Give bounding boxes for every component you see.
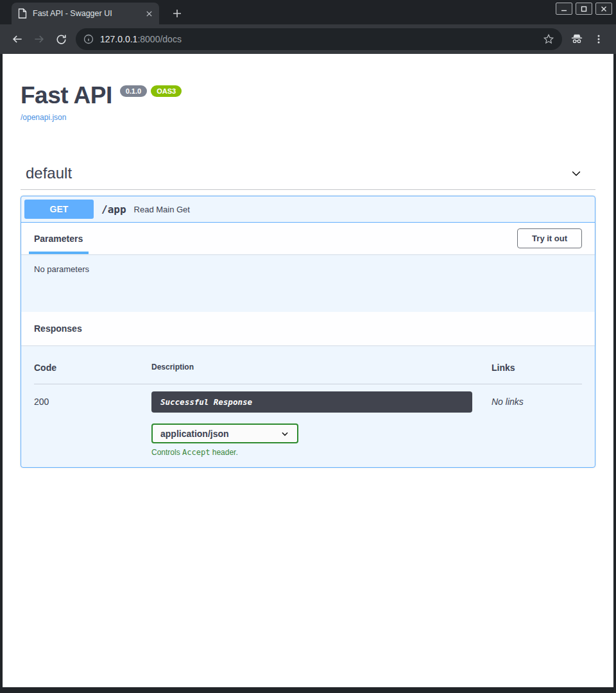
url-path: :8000/docs [137, 34, 182, 44]
column-header-description: Description [151, 363, 492, 373]
browser-window: Fast API - Swagger UI [0, 0, 616, 693]
parameters-header: Parameters Try it out [21, 223, 595, 254]
back-icon[interactable] [6, 28, 28, 50]
column-header-code: Code [34, 363, 151, 373]
tab-title: Fast API - Swagger UI [33, 9, 146, 18]
no-parameters-text: No parameters [34, 264, 89, 274]
maximize-button[interactable] [576, 3, 592, 15]
media-type-select[interactable]: application/json [151, 424, 298, 443]
site-info-icon[interactable] [83, 34, 94, 44]
opblock-get-app: GET /app Read Main Get Parameters Try it… [21, 196, 595, 468]
chevron-down-icon[interactable] [570, 167, 583, 180]
operation-summary: Read Main Get [134, 205, 190, 214]
column-header-links: Links [492, 363, 582, 373]
forward-icon[interactable] [28, 28, 50, 50]
reload-icon[interactable] [50, 28, 72, 50]
accept-header-note: Controls Accept header. [151, 448, 492, 457]
try-it-out-button[interactable]: Try it out [517, 228, 582, 248]
opblock-summary[interactable]: GET /app Read Main Get [21, 196, 595, 223]
responses-title: Responses [34, 323, 82, 334]
incognito-icon [566, 28, 588, 50]
response-row-200: 200 Successful Response application/json [34, 384, 582, 457]
openapi-spec-link[interactable]: /openapi.json [21, 113, 66, 122]
browser-toolbar: 127.0.0.1:8000/docs [0, 24, 616, 54]
window-controls [556, 3, 612, 15]
accept-note-prefix: Controls [151, 448, 182, 457]
tag-header[interactable]: default [21, 158, 595, 190]
version-badge: 0.1.0 [120, 85, 147, 97]
responses-table-header: Code Description Links [34, 363, 582, 384]
tag-section-default: default GET /app Read Main Get Parameter… [21, 158, 595, 468]
response-description-text: Successful Response [160, 397, 252, 407]
browser-titlebar: Fast API - Swagger UI [0, 0, 616, 24]
browser-menu-icon[interactable] [588, 28, 610, 50]
page-favicon-icon [18, 8, 27, 19]
response-description-box: Successful Response [151, 391, 472, 413]
media-type-value: application/json [160, 429, 229, 439]
oas3-badge: OAS3 [151, 85, 182, 97]
tab-close-icon[interactable] [146, 10, 153, 17]
accept-note-code: Accept [182, 448, 210, 457]
accept-note-suffix: header. [210, 448, 237, 457]
url-text[interactable]: 127.0.0.1:8000/docs [100, 34, 543, 44]
address-bar[interactable]: 127.0.0.1:8000/docs [76, 28, 562, 50]
minimize-button[interactable] [556, 3, 572, 15]
parameters-body: No parameters [21, 254, 595, 312]
new-tab-button[interactable] [168, 4, 186, 22]
tab-parameters[interactable]: Parameters [34, 234, 83, 244]
api-title: Fast API [21, 83, 112, 107]
response-code: 200 [34, 391, 151, 457]
response-description-cell: Successful Response application/json Con… [151, 391, 492, 457]
active-tab-underline [29, 252, 89, 254]
responses-header: Responses [21, 312, 595, 345]
response-links: No links [492, 391, 582, 457]
close-button[interactable] [595, 3, 612, 15]
browser-tab[interactable]: Fast API - Swagger UI [12, 3, 159, 24]
swagger-page: Fast API 0.1.0 OAS3 /openapi.json defaul… [3, 54, 613, 687]
bookmark-star-icon[interactable] [543, 33, 554, 45]
operation-path: /app [101, 203, 126, 216]
get-method-button[interactable]: GET [24, 200, 94, 219]
tag-name: default [26, 164, 72, 182]
responses-body: Code Description Links 200 Successful Re… [21, 345, 595, 467]
url-host: 127.0.0.1 [100, 34, 137, 44]
select-chevron-down-icon [280, 429, 289, 438]
api-info: Fast API 0.1.0 OAS3 /openapi.json [21, 83, 595, 123]
